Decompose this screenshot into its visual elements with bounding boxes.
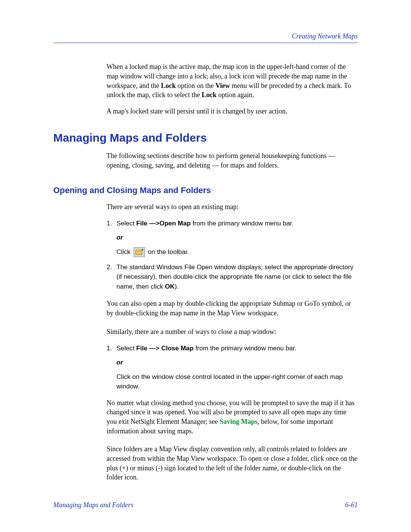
header-rule bbox=[53, 43, 358, 43]
text: from the primary window menu bar. bbox=[194, 345, 296, 352]
bold-file-close: File —> Close Map bbox=[136, 345, 194, 352]
heading-opening-closing: Opening and Closing Maps and Folders bbox=[53, 185, 358, 195]
step-body: The standard Windows File Open window di… bbox=[116, 262, 358, 292]
text: Click bbox=[116, 247, 131, 257]
open-block: There are several ways to open an existi… bbox=[107, 202, 358, 482]
bold-file-open: File —>Open Map bbox=[136, 220, 191, 227]
step-number: 2. bbox=[107, 262, 116, 292]
open-folder-icon bbox=[134, 247, 145, 257]
saving-maps-link[interactable]: Saving Maps bbox=[220, 418, 258, 425]
section-intro: The following sections describe how to p… bbox=[107, 151, 358, 170]
footer-page-number: 6-61 bbox=[345, 501, 358, 509]
step-body: Select File —>Open Map from the primary … bbox=[116, 219, 358, 228]
close-step-1: 1. Select File —> Close Map from the pri… bbox=[107, 343, 358, 353]
click-toolbar-line: Click on the toolbar. bbox=[116, 247, 358, 257]
close-alt: Click on the window close control locate… bbox=[116, 372, 358, 391]
text: option again. bbox=[217, 91, 254, 99]
folders-paragraph: Since folders are a Map View display con… bbox=[107, 444, 358, 482]
bold-lock: Lock bbox=[161, 82, 176, 89]
open-after: You can also open a map by double-clicki… bbox=[107, 299, 358, 318]
open-steps: 1. Select File —>Open Map from the prima… bbox=[107, 219, 358, 292]
intro-block: When a locked map is the active map, the… bbox=[107, 62, 358, 116]
bold-lock: Lock bbox=[202, 91, 217, 99]
open-step-1: 1. Select File —>Open Map from the prima… bbox=[107, 219, 358, 228]
bold-ok: OK bbox=[165, 283, 175, 290]
intro-paragraph-2: A map's locked state will persist until … bbox=[107, 107, 358, 116]
or-label: or bbox=[116, 358, 358, 367]
open-step-2: 2. The standard Windows File Open window… bbox=[107, 262, 358, 292]
text: on the toolbar. bbox=[148, 247, 189, 257]
text: Select bbox=[116, 345, 136, 352]
bold-view: View bbox=[215, 82, 230, 89]
or-label: or bbox=[116, 233, 358, 243]
footer-section: Managing Maps and Folders bbox=[53, 501, 134, 509]
close-after: No matter what closing method you choose… bbox=[107, 398, 358, 436]
close-intro: Similarly, there are a number of ways to… bbox=[107, 327, 358, 337]
section-intro-block: The following sections describe how to p… bbox=[107, 151, 358, 170]
page: Creating Network Maps When a locked map … bbox=[0, 0, 411, 532]
close-steps: 1. Select File —> Close Map from the pri… bbox=[107, 343, 358, 391]
text: option on the bbox=[176, 82, 215, 89]
text: The standard Windows File Open window di… bbox=[116, 264, 354, 290]
step-body: Select File —> Close Map from the primar… bbox=[116, 343, 358, 353]
step-number: 1. bbox=[107, 343, 116, 353]
heading-managing-maps: Managing Maps and Folders bbox=[53, 131, 358, 144]
header-section-title: Creating Network Maps bbox=[53, 32, 358, 40]
page-footer: Managing Maps and Folders 6-61 bbox=[53, 501, 358, 509]
intro-paragraph-1: When a locked map is the active map, the… bbox=[107, 62, 358, 100]
text: Select bbox=[116, 220, 136, 227]
open-intro: There are several ways to open an existi… bbox=[107, 202, 358, 212]
step-number: 1. bbox=[107, 219, 116, 228]
text: ). bbox=[175, 283, 178, 290]
text: from the primary window menu bar. bbox=[191, 220, 293, 227]
